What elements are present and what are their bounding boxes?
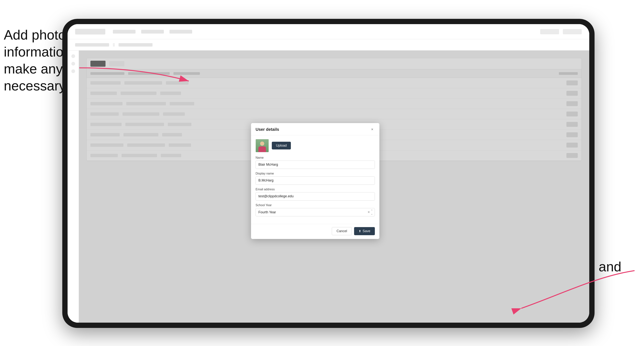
- school-year-select-wrapper: Fourth Year First Year Second Year Third…: [256, 208, 375, 216]
- email-field-group: Email address: [256, 188, 375, 200]
- save-button[interactable]: ⬆ Save: [354, 227, 375, 235]
- select-clear-icon[interactable]: ✕: [368, 210, 370, 214]
- nav-btn-1: [540, 29, 559, 34]
- tablet-screen: User details × Upload: [68, 24, 589, 323]
- user-details-modal: User details × Upload: [251, 123, 380, 239]
- sidebar: [68, 50, 79, 323]
- modal-footer: Cancel ⬆ Save: [251, 224, 380, 239]
- modal-overlay: User details × Upload: [79, 50, 589, 323]
- display-name-input[interactable]: [256, 176, 375, 185]
- sidebar-dot-1: [71, 54, 75, 58]
- breadcrumb-item-2: [118, 43, 152, 46]
- name-field-group: Name: [256, 156, 375, 169]
- school-year-select[interactable]: Fourth Year First Year Second Year Third…: [256, 208, 375, 216]
- sidebar-dot-2: [71, 62, 75, 66]
- modal-body: Upload Name Display name: [251, 135, 380, 224]
- nav-btn-2: [563, 29, 582, 34]
- nav-links: [113, 30, 192, 33]
- avatar-thumbnail: [256, 139, 269, 152]
- name-input[interactable]: [256, 161, 375, 169]
- display-name-label: Display name: [256, 172, 375, 175]
- name-label: Name: [256, 156, 375, 160]
- school-year-label: School Year: [256, 203, 375, 207]
- email-input[interactable]: [256, 192, 375, 200]
- main-content: User details × Upload: [79, 50, 589, 323]
- photo-row: Upload: [256, 139, 375, 152]
- modal-close-button[interactable]: ×: [370, 127, 375, 132]
- school-year-field-group: School Year Fourth Year First Year Secon…: [256, 203, 375, 216]
- nav-link-3: [170, 30, 192, 33]
- upload-button[interactable]: Upload: [272, 142, 291, 150]
- sidebar-dot-3: [71, 69, 75, 73]
- save-icon: ⬆: [358, 229, 361, 233]
- display-name-field-group: Display name: [256, 172, 375, 185]
- avatar-person: [256, 139, 268, 152]
- sub-nav: [68, 39, 589, 50]
- tablet-device: User details × Upload: [62, 19, 594, 328]
- content-area: User details × Upload: [68, 50, 589, 323]
- select-arrow-icon[interactable]: ⌃⌄: [371, 209, 373, 215]
- nav-link-1: [113, 30, 136, 33]
- email-label: Email address: [256, 188, 375, 191]
- nav-right: [540, 29, 582, 34]
- breadcrumb-item-1: [75, 43, 109, 46]
- app-container: User details × Upload: [68, 24, 589, 323]
- cancel-button[interactable]: Cancel: [332, 227, 352, 235]
- breadcrumb-sep-1: [113, 43, 115, 46]
- top-nav: [68, 24, 589, 39]
- select-icons: ✕ ⌃⌄: [368, 209, 373, 215]
- modal-title: User details: [256, 127, 279, 132]
- modal-header: User details ×: [251, 123, 380, 135]
- nav-link-2: [141, 30, 164, 33]
- nav-logo: [75, 29, 105, 34]
